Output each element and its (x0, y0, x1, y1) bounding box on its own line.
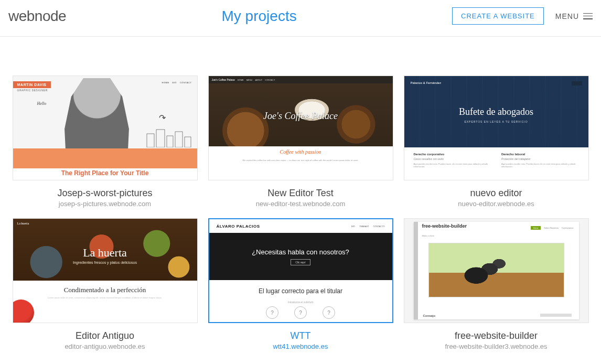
project-url: free-website-builder3.webnode.es (404, 342, 589, 350)
project-name: nuevo editor (404, 188, 589, 199)
project-url: josep-s-pictures.webnode.com (13, 200, 198, 208)
header: webnode My projects CREATE A WEBSITE MEN… (0, 0, 601, 37)
menu-label: MENU (555, 12, 579, 20)
thumb-bar (540, 314, 572, 317)
thumb-hero-sub: Ingredientes frescos y platos deliciosos (13, 261, 197, 264)
thumb-image (428, 243, 564, 297)
project-url: editor-antiguo.webnode.es (13, 342, 198, 350)
project-name: Editor Antiguo (13, 330, 198, 341)
project-thumbnail: La huerta La huerta Ingredientes frescos… (13, 218, 198, 323)
thumb-nav: Inicio Sobre Nosotros Contáctanos (531, 226, 574, 230)
menu-button[interactable]: MENU (555, 12, 593, 20)
thumb-circles: ? ? ? (209, 306, 392, 319)
project-name: Josep-s-worst-pictures (13, 188, 198, 199)
project-card[interactable]: ÁLVARO PALACIOS BIO TRABAJO CONTACTO ¿Ne… (208, 218, 393, 350)
svg-rect-3 (175, 132, 183, 147)
thumb-tagline: Coffee with passion (209, 146, 393, 157)
thumb-topbar: ÁLVARO PALACIOS BIO TRABAJO CONTACTO (209, 219, 392, 233)
project-thumbnail: free-website-builder Make it shine Inici… (404, 218, 589, 323)
thumb-header: free-website-builder Make it shine Inici… (418, 222, 579, 242)
thumb-hero: ¿Necesitas habla con nosotros? Clic aquí (209, 233, 392, 280)
thumb-brand: La huerta (17, 222, 29, 225)
project-url: new-editor-test.webnode.com (208, 200, 393, 208)
project-name: free-website-builder (404, 330, 589, 341)
project-thumbnail: ÁLVARO PALACIOS BIO TRABAJO CONTACTO ¿Ne… (208, 218, 393, 323)
project-card[interactable]: Palacios & Fernández Bufete de abogados … (404, 76, 589, 208)
project-card[interactable]: Joe's Coffee Palace HOME MENU ABOUT CONT… (208, 76, 393, 208)
thumb-caption: El lugar correcto para el titular (209, 287, 392, 295)
project-name: New Editor Test (208, 188, 393, 199)
thumb-badge: MARTIN DAVIS (13, 81, 51, 88)
thumb-body: El lugar correcto para el titular Introd… (209, 280, 392, 322)
hamburger-icon (583, 13, 593, 19)
thumb-subtitle: GRAPHIC DESIGNER (17, 89, 48, 92)
project-url: nuevo-editor.webnode.es (404, 200, 589, 208)
project-url: wtt41.webnode.es (208, 342, 393, 350)
thumb-caption: The Right Place for Your Title (13, 169, 197, 177)
thumb-hero-sub: EXPERTOS EN LEYES A TU SERVICIO (404, 120, 588, 123)
projects-grid: MARTIN DAVIS GRAPHIC DESIGNER HOME BIO C… (0, 37, 601, 364)
project-card[interactable]: La huerta La huerta Ingredientes frescos… (13, 218, 198, 350)
project-thumbnail: Joe's Coffee Palace HOME MENU ABOUT CONT… (208, 76, 393, 180)
svg-rect-4 (185, 137, 191, 147)
thumb-buildings (146, 126, 193, 147)
thumb-cta: Clic aquí (291, 259, 310, 265)
svg-rect-1 (156, 130, 165, 147)
webnode-logo[interactable]: webnode (8, 8, 66, 25)
thumb-hero-title: Bufete de abogados (404, 106, 588, 117)
menu-icon (572, 81, 582, 85)
question-icon: ? (266, 306, 278, 319)
thumb-hero-title: La huerta (13, 246, 197, 260)
header-actions: CREATE A WEBSITE MENU (452, 7, 593, 25)
question-icon: ? (323, 306, 335, 319)
thumb-tip: Consejo (423, 314, 436, 317)
create-website-button[interactable]: CREATE A WEBSITE (452, 7, 544, 25)
thumb-columns: Derecho corporativo Casos resueltos con … (404, 147, 588, 180)
thumb-brand: Palacios & Fernández (411, 81, 442, 84)
thumb-window: free-website-builder Make it shine Inici… (414, 222, 579, 319)
thumb-caption-area: Condimentado a la perfección Lorem ipsum… (13, 281, 197, 323)
thumb-hero-title: ¿Necesitas habla con nosotros? (252, 248, 349, 256)
svg-rect-2 (167, 136, 173, 147)
project-card[interactable]: free-website-builder Make it shine Inici… (404, 218, 589, 350)
arrow-icon: ↷ (159, 113, 166, 123)
page-title: My projects (66, 8, 452, 25)
svg-rect-0 (147, 134, 154, 147)
thumb-sidebar (414, 222, 418, 319)
project-thumbnail: Palacios & Fernández Bufete de abogados … (404, 76, 589, 180)
thumb-topbar: Joe's Coffee Palace HOME MENU ABOUT CONT… (209, 76, 393, 83)
thumb-hero-title: Joe's Coffee Palace (209, 111, 393, 122)
thumb-hello: Hello (37, 101, 47, 106)
thumb-body: We started this coffee bar with one clea… (209, 157, 393, 180)
thumb-caption: Condimentado a la perfección (20, 286, 190, 294)
project-name: WTT (208, 330, 393, 341)
question-icon: ? (294, 306, 307, 319)
thumb-nav: HOME BIO CONTACT (162, 81, 192, 84)
thumb-decor (13, 299, 34, 323)
project-thumbnail: MARTIN DAVIS GRAPHIC DESIGNER HOME BIO C… (13, 76, 198, 180)
project-card[interactable]: MARTIN DAVIS GRAPHIC DESIGNER HOME BIO C… (13, 76, 198, 208)
